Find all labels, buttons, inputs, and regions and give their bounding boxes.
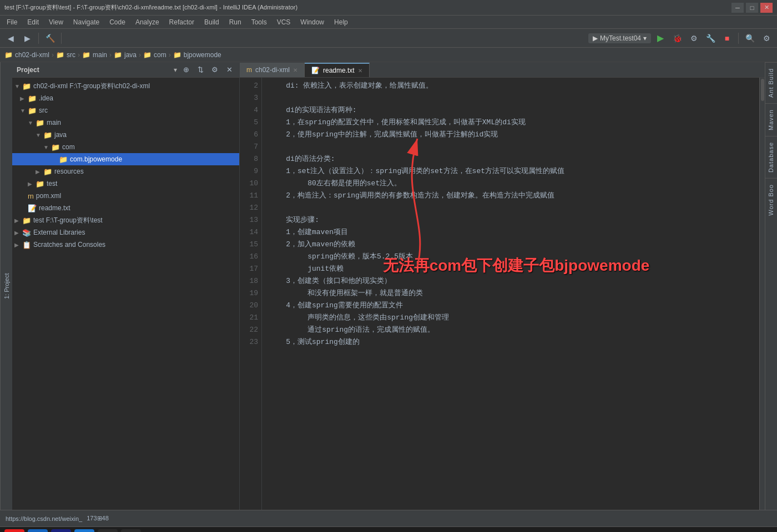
tree-label-testroot: test F:\T-group资料\test [33, 216, 103, 225]
tree-item-extlibs[interactable]: ▶ 📚 External Libraries [12, 226, 239, 239]
side-tab-wordboo[interactable]: Word Boo [765, 178, 777, 221]
window-controls: ─ □ ✕ [731, 3, 773, 13]
code-line-9: 1，set注入（设置注入）：spring调用类的set方法，在set方法可以实现… [269, 167, 564, 175]
stop-button[interactable]: ■ [720, 31, 734, 45]
close-button[interactable]: ✕ [760, 3, 773, 13]
breadcrumb-com[interactable]: com [154, 51, 167, 59]
taskbar-intellij[interactable]: 💡 [98, 529, 118, 533]
arrow-src: ▼ [20, 108, 28, 114]
breadcrumb: 📁 ch02-di-xml › 📁 src › 📁 main › 📁 java … [0, 48, 777, 62]
breadcrumb-src[interactable]: src [67, 51, 75, 59]
tree-item-testroot[interactable]: ▶ 📁 test F:\T-group资料\test [12, 214, 239, 226]
menu-tools[interactable]: Tools [247, 17, 271, 27]
breadcrumb-ch02[interactable]: ch02-di-xml [15, 51, 49, 59]
code-area[interactable]: di: 依赖注入，表示创建对象，给属性赋值。 di的实现语法有两种: 1，在sp… [262, 78, 759, 510]
forward-button[interactable]: ▶ [20, 31, 34, 45]
line-num-23: 23 [240, 336, 258, 348]
breadcrumb-main[interactable]: main [93, 51, 107, 59]
taskbar-ie[interactable]: 🌐 [74, 529, 94, 533]
taskbar-app3[interactable]: 🔵 [51, 529, 71, 533]
menu-view[interactable]: View [44, 17, 68, 27]
title-text: test [F:\T-group资料\test] - F:\T-group资料\… [4, 3, 297, 12]
sidebar: Project ▾ ⊕ ⇅ ⚙ ✕ ▼ 📁 ch02-di-xml F:\T-g… [12, 62, 240, 510]
maximize-button[interactable]: □ [746, 3, 758, 13]
menu-code[interactable]: Code [105, 17, 130, 27]
line-num-17: 17 [240, 263, 258, 275]
code-line-6: 2，使用spring中的注解，完成属性赋值，叫做基于注解的id实现 [269, 130, 498, 139]
tree-item-ch02[interactable]: ▼ 📁 ch02-di-xml F:\T-group资料\ch02-di-xml [12, 80, 239, 92]
code-line-5: 1，在spring的配置文件中，使用标签和属性完成，叫做基于XML的di实现 [269, 118, 526, 126]
side-tab-maven[interactable]: Maven [765, 103, 777, 136]
taskbar-notes[interactable]: 🗒 [121, 529, 141, 533]
tree-label-pomxml: pom.xml [36, 192, 61, 200]
coverage-button[interactable]: ⚙ [687, 31, 701, 45]
folder-icon-resources: 📁 [43, 168, 52, 176]
taskbar-video[interactable]: 🎬 [28, 529, 48, 533]
menu-refactor[interactable]: Refactor [165, 17, 199, 27]
back-button[interactable]: ◀ [3, 31, 18, 45]
line-numbers: 2 3 4 5 6 7 8 9 10 11 12 13 14 15 16 17 … [240, 78, 262, 510]
sidebar-close-btn[interactable]: ✕ [224, 64, 235, 75]
tree-item-com[interactable]: ▼ 📁 com [12, 141, 239, 153]
code-line-11: 2，构造注入：spring调用类的有参数构造方法，创建对象。在构造方法中完成赋值 [269, 191, 554, 200]
menu-build[interactable]: Build [200, 17, 224, 27]
profile-button[interactable]: 🔧 [703, 31, 718, 45]
run-button[interactable]: ▶ [653, 31, 668, 45]
sep2: › [78, 51, 80, 59]
tab-ch02[interactable]: m ch02-di-xml ✕ [240, 63, 305, 77]
right-scrollbar[interactable] [759, 78, 765, 510]
tree-label-idea: .idea [39, 94, 53, 102]
minimize-button[interactable]: ─ [731, 3, 744, 13]
tree-item-src[interactable]: ▼ 📁 src [12, 104, 239, 116]
arrow-com: ▼ [43, 144, 51, 150]
code-line-23: 5，测试spring创建的 [269, 338, 360, 346]
sidebar-add-btn[interactable]: ⊕ [180, 64, 191, 75]
line-num-21: 21 [240, 312, 258, 324]
menu-vcs[interactable]: VCS [273, 17, 295, 27]
folder-icon-test-src: 📁 [36, 180, 44, 188]
tree-item-bjpowemode[interactable]: 📁 com.bjpowemode [12, 153, 239, 165]
run-config-selector[interactable]: ▶ MyTest.test04 ▾ [588, 33, 651, 43]
sidebar-expand-btn[interactable]: ⇅ [195, 64, 206, 75]
code-line-15: 2，加入maven的依赖 [269, 240, 355, 249]
tab-ch02-close[interactable]: ✕ [293, 67, 297, 73]
menu-file[interactable]: File [2, 17, 22, 27]
tab-readme[interactable]: 📝 readme.txt ✕ [305, 63, 370, 77]
tree-item-idea[interactable]: ▶ 📁 .idea [12, 92, 239, 104]
tab-readme-close[interactable]: ✕ [358, 68, 362, 74]
arrow-idea: ▶ [20, 95, 28, 102]
menu-help[interactable]: Help [330, 17, 352, 27]
line-num-16: 16 [240, 251, 258, 263]
build-button[interactable]: 🔨 [43, 31, 57, 45]
tree-item-main[interactable]: ▼ 📁 main [12, 116, 239, 129]
search-everywhere-button[interactable]: 🔍 [743, 31, 757, 45]
file-tree: ▼ 📁 ch02-di-xml F:\T-group资料\ch02-di-xml… [12, 78, 239, 510]
tree-item-resources[interactable]: ▶ 📁 resources [12, 165, 239, 178]
menu-bar: File Edit View Navigate Code Analyze Ref… [0, 16, 777, 29]
tree-item-readmetxt[interactable]: 📝 readme.txt [12, 202, 239, 214]
tree-item-pomxml[interactable]: m pom.xml [12, 190, 239, 202]
title-bar: test [F:\T-group资料\test] - F:\T-group资料\… [0, 0, 777, 16]
code-line-2: di: 依赖注入，表示创建对象，给属性赋值。 [269, 82, 433, 90]
sep2 [61, 33, 62, 44]
tree-label-main: main [47, 119, 61, 126]
taskbar-youdao[interactable]: 有道 [4, 529, 24, 533]
side-tab-database[interactable]: Database [765, 136, 777, 178]
debug-button[interactable]: 🐞 [670, 31, 684, 45]
menu-window[interactable]: Window [296, 17, 329, 27]
breadcrumb-bjpowemode[interactable]: bjpowemode [184, 51, 221, 59]
menu-navigate[interactable]: Navigate [69, 17, 104, 27]
menu-edit[interactable]: Edit [23, 17, 43, 27]
settings-button[interactable]: ⚙ [759, 31, 774, 45]
sidebar-settings-btn[interactable]: ⚙ [209, 64, 220, 75]
tree-item-test-src[interactable]: ▶ 📁 test [12, 178, 239, 190]
breadcrumb-java[interactable]: java [124, 51, 137, 59]
tree-label-resources: resources [54, 168, 84, 175]
menu-analyze[interactable]: Analyze [131, 17, 164, 27]
menu-run[interactable]: Run [225, 17, 246, 27]
side-tab-ant-build[interactable]: Ant Build [765, 62, 777, 103]
tree-item-java[interactable]: ▼ 📁 java [12, 129, 239, 141]
tree-label-com: com [62, 143, 75, 151]
tree-item-scratches[interactable]: ▶ 📋 Scratches and Consoles [12, 239, 239, 251]
project-panel-label[interactable]: 1: Project [0, 62, 12, 510]
